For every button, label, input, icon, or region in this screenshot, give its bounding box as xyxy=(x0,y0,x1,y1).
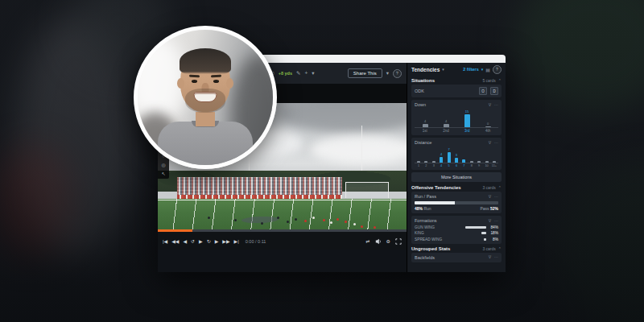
chevron-down-icon[interactable]: ▾ xyxy=(312,71,314,76)
run-pass-filter-icon[interactable]: ∇ xyxy=(489,195,491,199)
down-bar-1st[interactable]: 4 xyxy=(423,109,428,127)
volume-button[interactable] xyxy=(375,238,382,245)
cursor-tool-icon[interactable]: ↖ xyxy=(161,171,165,176)
ungrouped-collapse-icon[interactable]: ⌃ xyxy=(498,246,502,251)
run-pass-overflow-menu-icon[interactable]: ⋯ xyxy=(494,195,498,199)
app-background-filler xyxy=(158,250,407,272)
filters-caret-icon[interactable]: ▾ xyxy=(481,67,484,72)
down-bar-2nd[interactable]: 4 xyxy=(444,109,449,127)
help-button[interactable]: ? xyxy=(393,69,402,78)
distance-bar-9[interactable] xyxy=(476,147,482,163)
settings-button[interactable]: ⚙ xyxy=(386,239,390,244)
distance-bar-11+[interactable] xyxy=(491,147,497,163)
distance-bar[interactable] xyxy=(455,158,458,163)
down-bar-3rd[interactable]: 15 xyxy=(464,109,470,127)
distance-tick-label: 8 xyxy=(469,164,475,167)
skip-start-button[interactable]: |◀ xyxy=(163,239,167,244)
odk-toggle-o[interactable]: O xyxy=(479,87,487,95)
distance-bar-8[interactable] xyxy=(469,147,475,163)
presenter-eyebrow xyxy=(211,75,221,78)
odk-card: ODK OD xyxy=(411,85,502,97)
player-dot xyxy=(361,225,363,228)
down-overflow-menu-icon[interactable]: ⋯ xyxy=(494,103,498,107)
rotate-right-button[interactable]: ↻ xyxy=(207,239,211,244)
distance-bar-3[interactable] xyxy=(431,147,437,163)
distance-bar-6[interactable]: 3 xyxy=(453,147,460,163)
distance-bar[interactable] xyxy=(470,161,473,163)
player-dot xyxy=(277,217,279,219)
play-button[interactable]: ▶ xyxy=(199,239,203,244)
formation-row[interactable]: KING18% xyxy=(415,231,498,235)
more-situations-button[interactable]: More Situations xyxy=(411,172,502,182)
distance-bar[interactable] xyxy=(424,161,427,163)
player-dot xyxy=(304,220,307,222)
distance-bar[interactable] xyxy=(477,161,481,163)
distance-overflow-menu-icon[interactable]: ⋯ xyxy=(494,141,498,145)
frame-forward-button[interactable]: ▶ xyxy=(215,239,219,244)
situations-title: Situations xyxy=(411,78,435,83)
distance-bar-10[interactable] xyxy=(484,147,490,163)
distance-bar-1[interactable] xyxy=(415,147,422,163)
down-bar-4th[interactable]: 0 xyxy=(485,109,491,127)
distance-bar[interactable] xyxy=(462,159,465,163)
distance-filter-icon[interactable]: ∇ xyxy=(489,141,491,145)
distance-bar[interactable] xyxy=(440,157,443,163)
offensive-collapse-icon[interactable]: ⌃ xyxy=(498,185,502,190)
situations-collapse-icon[interactable]: ⌃ xyxy=(498,78,502,83)
formation-percent: 84% xyxy=(488,225,498,229)
formations-overflow-menu-icon[interactable]: ⋯ xyxy=(494,219,498,223)
frame-back-button[interactable]: ◀ xyxy=(183,239,187,244)
filters-dropdown[interactable]: 2 filters xyxy=(463,67,479,72)
loop-button[interactable]: ⇄ xyxy=(366,239,370,244)
distance-bar[interactable] xyxy=(432,161,436,163)
skip-end-button[interactable]: ▶| xyxy=(234,239,239,244)
distance-bar-2[interactable] xyxy=(423,147,429,163)
formation-row[interactable]: SPREAD WING8% xyxy=(415,237,498,242)
distance-bar-7[interactable] xyxy=(460,147,467,163)
distance-bar-5[interactable]: 7 xyxy=(446,147,452,163)
distance-tick-label: 6 xyxy=(453,164,460,167)
share-this-button[interactable]: Share This xyxy=(348,68,382,78)
distance-bar[interactable] xyxy=(448,152,451,163)
run-pass-card-title: Run / Pass xyxy=(415,194,436,199)
presenter-eye xyxy=(213,80,219,83)
backfields-filter-icon[interactable]: ∇ xyxy=(489,255,491,259)
distance-bar[interactable] xyxy=(417,161,420,163)
seek-bar[interactable] xyxy=(158,229,407,232)
panel-title[interactable]: Tendencies xyxy=(411,67,440,72)
distance-bar[interactable] xyxy=(485,161,489,163)
panel-help-button[interactable]: ? xyxy=(493,65,502,74)
down-bar[interactable] xyxy=(485,126,491,127)
down-bar[interactable] xyxy=(423,124,428,127)
formation-row[interactable]: GUN WING84% xyxy=(415,225,498,229)
run-segment xyxy=(415,201,455,204)
down-filter-icon[interactable]: ∇ xyxy=(489,103,491,107)
distance-tick-label: 7 xyxy=(460,164,467,167)
offensive-title: Offensive Tendencies xyxy=(411,185,461,190)
share-chevron-down-icon[interactable]: ▾ xyxy=(386,71,389,76)
odk-toggle-d[interactable]: D xyxy=(490,87,498,95)
situations-cards-count: 5 cards xyxy=(482,78,495,83)
formations-filter-icon[interactable]: ∇ xyxy=(489,219,491,223)
rotate-left-button[interactable]: ↺ xyxy=(191,239,195,244)
rewind-button[interactable]: ◀◀ xyxy=(171,239,179,244)
fullscreen-button[interactable] xyxy=(395,238,402,245)
backfields-overflow-menu-icon[interactable]: ⋯ xyxy=(494,255,498,259)
plus-icon[interactable]: + xyxy=(304,71,308,76)
distance-tick-label: 3 xyxy=(431,164,437,167)
down-bar[interactable] xyxy=(464,114,470,127)
panel-title-caret-icon[interactable]: ▾ xyxy=(442,67,444,72)
distance-bar[interactable] xyxy=(493,161,496,163)
presenter-ear xyxy=(226,78,233,89)
player-dot xyxy=(208,217,210,219)
spotlight-tool-icon[interactable]: ◎ xyxy=(161,163,165,167)
distance-card-title: Distance xyxy=(415,140,431,145)
pencil-icon[interactable]: ✎ xyxy=(296,71,300,76)
fast-forward-button[interactable]: ▶▶ xyxy=(222,239,229,244)
webcam-overlay xyxy=(134,26,277,169)
run-pass-split-bar[interactable] xyxy=(415,201,498,204)
cloud-shape xyxy=(279,103,407,132)
down-bar[interactable] xyxy=(444,124,449,127)
distance-bar-4[interactable]: 4 xyxy=(438,147,444,163)
panel-layout-icon[interactable]: ▤ xyxy=(485,67,490,72)
